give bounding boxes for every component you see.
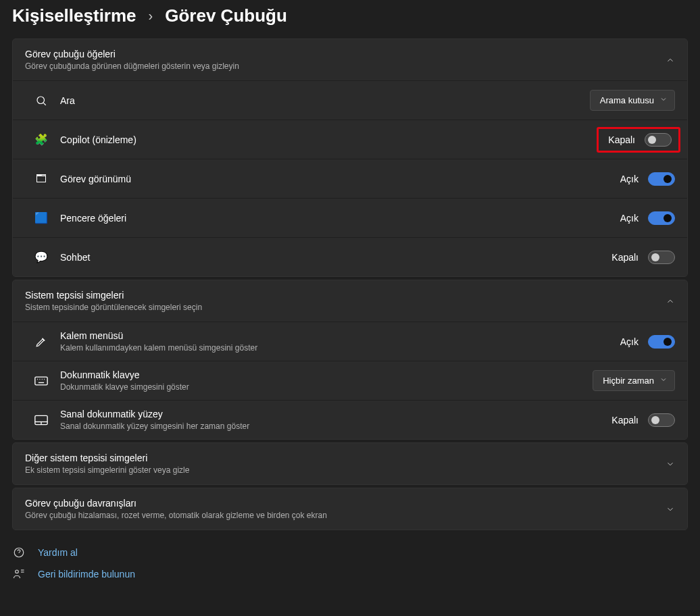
search-icon (32, 95, 51, 107)
toggle-pen-menu[interactable] (648, 335, 675, 349)
svg-point-0 (37, 97, 45, 104)
panel-subtitle: Sistem tepsisinde görüntülenecek simgele… (25, 303, 202, 312)
svg-line-1 (43, 103, 45, 105)
panel-taskbar-items: Görev çubuğu öğeleri Görev çubuğunda gör… (12, 38, 688, 277)
copilot-icon: 🧩 (32, 133, 51, 146)
chevron-down-icon (659, 376, 668, 386)
row-subtitle: Dokunmatik klavye simgesini göster (60, 382, 593, 392)
panel-taskbar-behaviors: Görev çubuğu davranışları Görev çubuğu h… (12, 488, 688, 530)
row-subtitle: Kalem kullanımdayken kalem menüsü simges… (60, 343, 620, 353)
chevron-down-icon (659, 95, 668, 105)
breadcrumb-separator-icon: › (149, 8, 153, 24)
svg-point-13 (16, 570, 19, 573)
row-pen-menu: Kalem menüsü Kalem kullanımdayken kalem … (13, 322, 687, 361)
widgets-icon: 🟦 (32, 211, 51, 224)
chevron-down-icon (666, 459, 675, 469)
row-label: Dokunmatik klavye (60, 369, 593, 380)
link-get-help[interactable]: Yardım al (12, 546, 688, 559)
panel-subtitle: Görev çubuğunda görünen düğmeleri göster… (25, 61, 239, 71)
panel-subtitle: Görev çubuğu hizalaması, rozet verme, ot… (25, 511, 327, 520)
panel-subtitle: Ek sistem tepsisi simgelerini göster vey… (25, 465, 189, 475)
toggle-widgets[interactable] (648, 211, 675, 225)
row-subtitle: Sanal dokunmatik yüzey simgesini her zam… (60, 421, 611, 431)
highlight-annotation: Kapalı (597, 127, 680, 153)
panel-other-system-tray: Diğer sistem tepsisi simgeleri Ek sistem… (12, 442, 688, 485)
dropdown-value: Arama kutusu (600, 95, 654, 105)
row-task-view: 🗔 Görev görünümü Açık (13, 159, 687, 198)
chat-icon: 💬 (32, 251, 51, 263)
row-label: Sanal dokunmatik yüzey (60, 409, 611, 419)
toggle-state-text: Kapalı (608, 134, 635, 145)
dropdown-touch-keyboard[interactable]: Hiçbir zaman (593, 370, 675, 391)
panel-title: Sistem tepsisi simgeleri (25, 290, 202, 301)
toggle-virtual-touchpad[interactable] (648, 413, 675, 427)
toggle-task-view[interactable] (648, 172, 675, 186)
breadcrumb-current: Görev Çubuğu (165, 5, 287, 26)
pen-icon (32, 336, 51, 348)
link-give-feedback[interactable]: Geri bildirimde bulunun (12, 568, 688, 580)
panel-header-taskbar-behaviors[interactable]: Görev çubuğu davranışları Görev çubuğu h… (13, 488, 687, 530)
row-label: Kalem menüsü (60, 330, 620, 341)
row-chat: 💬 Sohbet Kapalı (13, 237, 687, 276)
row-label: Ara (60, 95, 590, 106)
row-virtual-touchpad: Sanal dokunmatik yüzey Sanal dokunmatik … (13, 400, 687, 439)
toggle-state-text: Açık (620, 213, 639, 224)
footer-links: Yardım al Geri bildirimde bulunun (0, 533, 700, 594)
panel-system-tray: Sistem tepsisi simgeleri Sistem tepsisin… (12, 280, 688, 440)
row-widgets: 🟦 Pencere öğeleri Açık (13, 198, 687, 237)
svg-rect-2 (35, 377, 47, 385)
row-label: Copilot (önizleme) (60, 134, 597, 145)
panel-header-taskbar-items[interactable]: Görev çubuğu öğeleri Görev çubuğunda gör… (13, 39, 687, 80)
toggle-state-text: Açık (620, 174, 639, 184)
chevron-up-icon (666, 55, 675, 65)
link-label: Geri bildirimde bulunun (38, 569, 135, 580)
touchpad-icon (32, 415, 51, 426)
toggle-state-text: Kapalı (611, 252, 639, 263)
toggle-state-text: Kapalı (611, 415, 639, 426)
row-label: Pencere öğeleri (60, 213, 620, 224)
panel-header-other-system-tray[interactable]: Diğer sistem tepsisi simgeleri Ek sistem… (13, 443, 687, 484)
row-search: Ara Arama kutusu (13, 80, 687, 120)
breadcrumb: Kişiselleştirme › Görev Çubuğu (0, 0, 700, 38)
toggle-copilot[interactable] (645, 133, 672, 147)
link-label: Yardım al (38, 547, 78, 558)
toggle-state-text: Açık (620, 336, 639, 347)
task-view-icon: 🗔 (32, 173, 51, 185)
dropdown-search-mode[interactable]: Arama kutusu (590, 90, 675, 111)
panel-header-system-tray[interactable]: Sistem tepsisi simgeleri Sistem tepsisin… (13, 280, 687, 322)
panel-title: Diğer sistem tepsisi simgeleri (25, 453, 189, 463)
breadcrumb-parent[interactable]: Kişiselleştirme (12, 5, 136, 26)
chevron-down-icon (666, 505, 675, 514)
row-label: Sohbet (60, 252, 611, 263)
toggle-chat[interactable] (648, 251, 675, 264)
row-touch-keyboard: Dokunmatik klavye Dokunmatik klavye simg… (13, 361, 687, 400)
row-copilot: 🧩 Copilot (önizleme) Kapalı (13, 120, 687, 159)
help-icon (12, 546, 26, 559)
chevron-up-icon (666, 297, 675, 306)
panel-title: Görev çubuğu davranışları (25, 498, 327, 509)
keyboard-icon (32, 376, 51, 386)
panel-title: Görev çubuğu öğeleri (25, 49, 239, 59)
feedback-icon (12, 568, 26, 580)
dropdown-value: Hiçbir zaman (603, 376, 654, 386)
row-label: Görev görünümü (60, 174, 620, 184)
